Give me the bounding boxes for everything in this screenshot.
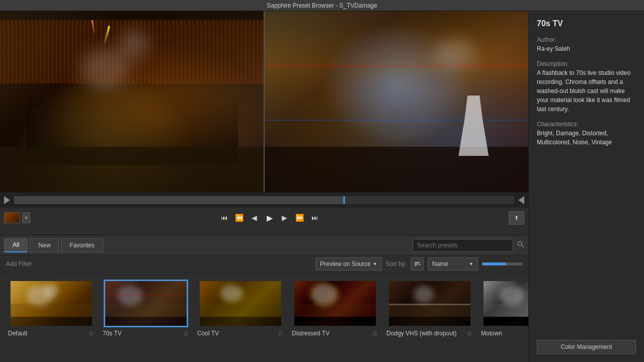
preset-thumb-container-dodgy — [387, 280, 472, 327]
preset-name-dodgy: Dodgy VHS (with dropout) — [386, 330, 456, 337]
step-forward-button[interactable]: ▶ — [279, 212, 291, 224]
play-button[interactable]: ▶ — [264, 212, 276, 224]
search-input[interactable] — [413, 239, 513, 252]
play-start-arrow[interactable] — [4, 196, 10, 204]
skip-to-start-button[interactable]: ⏮ — [218, 212, 230, 224]
timeline-track[interactable] — [14, 196, 514, 204]
sort-name-dropdown[interactable]: Name ▼ — [428, 257, 478, 270]
search-button[interactable] — [517, 241, 524, 249]
favorite-button-distressed[interactable]: ☆ — [372, 329, 378, 337]
playhead-marker — [344, 196, 345, 204]
preset-item-dodgy[interactable]: Dodgy VHS (with dropout) ☆ — [384, 278, 475, 341]
export-button[interactable]: ⬆ — [509, 211, 524, 225]
preset-name-row-default: Default ☆ — [8, 327, 95, 339]
preset-item-motown[interactable]: Motown ☆ — [479, 278, 528, 341]
preset-thumb-container-70stv — [104, 280, 188, 327]
favorite-button-default[interactable]: ☆ — [88, 329, 95, 337]
description-label: Description: — [537, 60, 636, 67]
favorite-button-70stv[interactable]: ☆ — [183, 329, 189, 337]
split-divider — [264, 11, 265, 192]
sort-chevron-icon: ▼ — [469, 261, 473, 266]
preview-source-label: Preview on Source — [320, 260, 371, 267]
play-end-arrow[interactable] — [518, 196, 524, 204]
preset-thumb-container-motown — [482, 280, 528, 327]
filter-options-bar: Add Filter Preview on Source ▼ Sort by: — [0, 255, 528, 273]
favorite-button-dodgy[interactable]: ☆ — [466, 329, 473, 337]
step-back-button[interactable]: ◀ — [249, 212, 261, 224]
preset-item-default[interactable]: Default ☆ — [6, 278, 97, 341]
preset-thumb-70stv — [105, 281, 187, 326]
sort-icon — [414, 260, 421, 267]
title-bar: Sapphire Preset Browser - S_TVDamage — [0, 0, 644, 11]
playhead-bar[interactable] — [0, 193, 528, 208]
color-management-button[interactable]: Color Management — [537, 340, 636, 354]
left-panel: 辅客AEwww.talkae.com 辅客AEwww.talkae.com 辅客… — [0, 11, 528, 362]
favorite-button-cooltv[interactable]: ☆ — [277, 329, 284, 337]
controls-row: ▼ ⏮ ⏪ ◀ ▶ ▶ ⏩ ⏭ ⬆ — [0, 208, 528, 228]
preview-left: 辅客AEwww.talkae.com 辅客AEwww.talkae.com 辅客… — [0, 11, 264, 192]
characteristics-value: Bright, Damage, Distorted, Multicolored,… — [537, 129, 636, 147]
search-icon — [517, 241, 524, 248]
size-slider[interactable] — [482, 262, 522, 265]
preset-name-70stv: 70s TV — [103, 330, 122, 337]
preset-name-row-distressed: Distressed TV ☆ — [292, 327, 378, 339]
description-value: A flashback to 70s live studio video rec… — [537, 68, 636, 114]
preset-thumb-default — [11, 281, 92, 326]
preset-item-70stv[interactable]: 70s TV ☆ — [101, 278, 191, 341]
preset-thumb-motown — [484, 281, 528, 326]
tab-all[interactable]: All — [4, 238, 28, 252]
description-section: Description: A flashback to 70s live stu… — [537, 60, 636, 114]
author-label: Author: — [537, 36, 636, 43]
preview-source-dropdown[interactable]: Preview on Source ▼ — [315, 257, 382, 270]
transport-area: ▼ ⏮ ⏪ ◀ ▶ ▶ ⏩ ⏭ ⬆ — [0, 192, 528, 235]
dropdown-chevron-icon: ▼ — [373, 261, 377, 266]
sort-name-label: Name — [432, 260, 448, 267]
sort-by-label: Sort by: — [386, 260, 407, 267]
thumbnail-preview — [4, 212, 20, 223]
window-title: Sapphire Preset Browser - S_TVDamage — [267, 2, 377, 9]
tab-new[interactable]: New — [30, 238, 59, 252]
preset-name-distressed: Distressed TV — [292, 330, 330, 337]
right-panel: 70s TV Author: Ra-ey Saleh Description: … — [528, 11, 644, 362]
thumbnail-dropdown[interactable]: ▼ — [22, 212, 30, 223]
video-preview: 辅客AEwww.talkae.com 辅客AEwww.talkae.com 辅客… — [0, 11, 528, 192]
fast-forward-button[interactable]: ⏩ — [294, 212, 306, 224]
presets-grid: Default ☆ — [0, 273, 528, 362]
author-value: Ra-ey Saleh — [537, 44, 636, 53]
skip-to-end-button[interactable]: ⏭ — [309, 212, 321, 224]
characteristics-section: Characteristics: Bright, Damage, Distort… — [537, 121, 636, 147]
main-layout: 辅客AEwww.talkae.com 辅客AEwww.talkae.com 辅客… — [0, 11, 644, 362]
preset-thumb-container-cooltv — [198, 280, 283, 327]
rewind-button[interactable]: ⏪ — [233, 212, 246, 224]
preset-name-row-motown: Motown ☆ — [481, 327, 528, 339]
preview-right: 辅客AEwww.talkae.com 辅客AEwww.talkae.com 辅客… — [264, 11, 528, 192]
preset-title: 70s TV — [537, 19, 636, 28]
sort-order-button[interactable] — [411, 257, 424, 270]
filter-search-area — [413, 239, 524, 252]
preset-item-distressed[interactable]: Distressed TV ☆ — [290, 278, 380, 341]
export-icon: ⬆ — [514, 215, 519, 221]
preset-thumb-cooltv — [200, 281, 281, 326]
preset-thumb-container-distressed — [293, 280, 377, 327]
svg-line-1 — [522, 245, 524, 248]
preset-name-row-dodgy: Dodgy VHS (with dropout) ☆ — [386, 327, 473, 339]
filter-toolbar: All New Favorites — [0, 235, 528, 255]
preset-thumb-dodgy — [389, 281, 470, 326]
add-filter-label: Add Filter — [6, 260, 32, 267]
preset-name-row-cooltv: Cool TV ☆ — [197, 327, 284, 339]
filter-panel: All New Favorites Add Filter — [0, 235, 528, 362]
svg-point-0 — [518, 242, 522, 246]
tab-favorites[interactable]: Favorites — [61, 238, 103, 252]
preset-name-row-70stv: 70s TV ☆ — [103, 327, 189, 339]
playback-controls: ⏮ ⏪ ◀ ▶ ▶ ⏩ ⏭ — [30, 212, 509, 224]
preset-item-cooltv[interactable]: Cool TV ☆ — [195, 278, 286, 341]
preset-name-cooltv: Cool TV — [197, 330, 219, 337]
characteristics-label: Characteristics: — [537, 121, 636, 128]
thumbnail-controls: ▼ — [4, 212, 30, 223]
slider-fill — [482, 262, 506, 265]
preset-name-default: Default — [8, 330, 27, 337]
author-section: Author: Ra-ey Saleh — [537, 36, 636, 53]
preset-thumb-container-default — [9, 280, 94, 327]
preset-thumb-distressed — [294, 281, 376, 326]
preset-name-motown: Motown — [481, 330, 502, 337]
